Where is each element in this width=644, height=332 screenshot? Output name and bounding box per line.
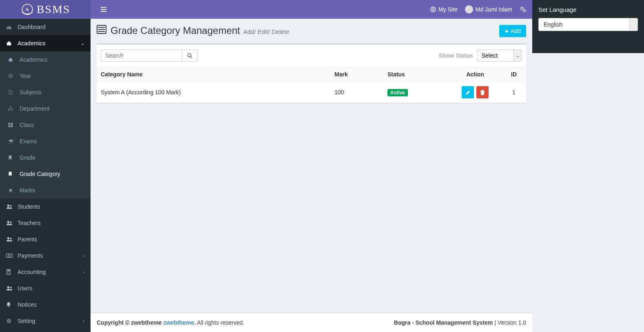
status-select[interactable]: Select <box>477 49 522 62</box>
svg-point-17 <box>7 205 9 207</box>
star-icon <box>8 188 16 193</box>
svg-rect-11 <box>9 109 10 110</box>
version-prefix: | Version <box>493 319 518 326</box>
cell-action <box>449 82 502 103</box>
svg-point-30 <box>9 273 9 274</box>
sidebar-item-accounting[interactable]: Accounting ‹ <box>0 264 91 280</box>
footer-left: Copyright © zwebtheme zwebtheme. All rig… <box>97 319 244 326</box>
sidebar-item-users[interactable]: Users <box>0 280 91 296</box>
search-icon <box>187 53 193 58</box>
users-icon <box>6 236 14 242</box>
gears-icon <box>520 6 526 13</box>
navbar: My Site Md Jami Islam <box>91 0 532 19</box>
svg-rect-12 <box>11 109 13 110</box>
sidebar-item-students[interactable]: Students <box>0 198 91 215</box>
content: Show Status Select ⌄ Category Name Mark … <box>91 37 532 313</box>
sidebar-item-setting[interactable]: Setting ‹ <box>0 313 91 329</box>
sidebar-sub-grade[interactable]: Grade <box>0 149 91 166</box>
app-name: Bogra - School Management System <box>394 319 493 326</box>
users-icon <box>6 220 14 226</box>
grade-category-table: Category Name Mark Status Action ID Syst… <box>97 67 526 103</box>
dashboard-icon <box>6 24 14 30</box>
status-select-wrap: Select ⌄ <box>477 49 522 62</box>
col-action: Action <box>449 67 502 82</box>
svg-rect-26 <box>7 270 9 272</box>
sidebar-sub-subjects[interactable]: Subjects <box>0 84 91 100</box>
sidebar-academics-submenu: Academics Year Subjects Department Class… <box>0 51 91 198</box>
bookmark-icon <box>8 155 16 160</box>
cell-mark: 100 <box>330 82 383 103</box>
svg-point-28 <box>9 272 9 272</box>
calculator-icon <box>6 269 14 275</box>
gear-icon <box>6 318 14 324</box>
svg-point-33 <box>8 306 9 307</box>
sidebar-sub-department[interactable]: Department <box>0 100 91 117</box>
add-button[interactable]: Add <box>499 25 526 37</box>
edit-button[interactable] <box>462 86 474 98</box>
right-panel: Set Language English ⌄ <box>532 0 644 53</box>
col-id: ID <box>502 67 526 82</box>
cell-category-name: System A (According 100 Mark) <box>97 82 330 103</box>
navbar-right: My Site Md Jami Islam <box>430 5 526 13</box>
col-status: Status <box>383 67 449 82</box>
sidebar-item-dashboard[interactable]: Dashboard <box>0 19 91 35</box>
content-wrapper: Grade Category Management Add/ Edit/ Del… <box>91 0 532 332</box>
bookmark-icon <box>8 172 16 176</box>
sidebar-sub-academics[interactable]: Academics <box>0 51 91 68</box>
sidebar-item-label: Class <box>20 122 34 128</box>
svg-point-21 <box>7 237 9 239</box>
svg-point-31 <box>7 286 9 288</box>
sidebar-item-label: Accounting <box>18 269 46 275</box>
delete-button[interactable] <box>476 86 489 98</box>
svg-line-41 <box>191 56 193 58</box>
svg-point-22 <box>10 238 12 239</box>
set-language-title: Set Language <box>538 6 638 13</box>
sidebar-item-academics[interactable]: Academics ⌄ <box>0 35 91 51</box>
sidebar-sub-class[interactable]: Class <box>0 117 91 133</box>
status-filter: Show Status Select ⌄ <box>439 49 522 62</box>
sidebar-item-label: Grade <box>20 154 35 161</box>
language-select[interactable]: English <box>538 18 638 31</box>
sidebar-item-label: Students <box>18 203 40 210</box>
sidebar-sub-exams[interactable]: Exams <box>0 133 91 149</box>
sidebar-item-notices[interactable]: Notices <box>0 296 91 313</box>
cell-status: Active <box>383 82 449 103</box>
svg-rect-15 <box>9 125 11 127</box>
search-input[interactable] <box>101 49 182 62</box>
svg-point-35 <box>8 320 10 322</box>
svg-rect-10 <box>10 107 11 107</box>
sidebar-item-parents[interactable]: Parents <box>0 231 91 247</box>
globe-icon <box>430 7 436 12</box>
sidebar-item-label: Grade Category <box>20 171 60 177</box>
svg-rect-13 <box>9 123 11 125</box>
sidebar-item-teachers[interactable]: Teachers <box>0 215 91 231</box>
sidebar-sub-grade-category[interactable]: Grade Category <box>0 166 91 182</box>
sidebar-item-payments[interactable]: Payments ‹ <box>0 247 91 264</box>
footer: Copyright © zwebtheme zwebtheme. All rig… <box>91 313 532 332</box>
chevron-left-icon: ‹ <box>83 319 84 323</box>
brand-logo[interactable]: A BSMS <box>0 0 91 19</box>
svg-line-8 <box>9 27 10 29</box>
brand-logo-icon: A <box>20 2 34 16</box>
my-site-link[interactable]: My Site <box>430 6 458 13</box>
sidebar-sub-year[interactable]: Year <box>0 68 91 84</box>
footer-link[interactable]: zwebtheme <box>164 319 194 326</box>
sidebar-toggle-button[interactable] <box>97 4 111 14</box>
sidebar-item-label: Payments <box>18 252 43 259</box>
search-button[interactable] <box>182 49 198 62</box>
svg-rect-16 <box>11 125 13 127</box>
box-header: Show Status Select ⌄ <box>97 45 526 67</box>
brand-text: BSMS <box>37 3 71 16</box>
user-menu[interactable]: Md Jami Islam <box>465 5 512 13</box>
box: Show Status Select ⌄ Category Name Mark … <box>97 43 526 103</box>
copyright-prefix: Copyright © zwebtheme <box>97 319 164 326</box>
sidebar-sub-marks[interactable]: Marks <box>0 182 91 198</box>
users-icon <box>6 285 14 291</box>
page-subtitle: Add/ Edit/ Delete <box>243 28 290 35</box>
svg-rect-23 <box>7 254 12 258</box>
sitemap-icon <box>8 106 16 111</box>
settings-gears-button[interactable] <box>520 6 526 13</box>
sidebar-item-label: Notices <box>18 301 37 308</box>
chevron-down-icon: ⌄ <box>81 41 84 46</box>
page-title-text: Grade Category Management <box>111 25 240 36</box>
